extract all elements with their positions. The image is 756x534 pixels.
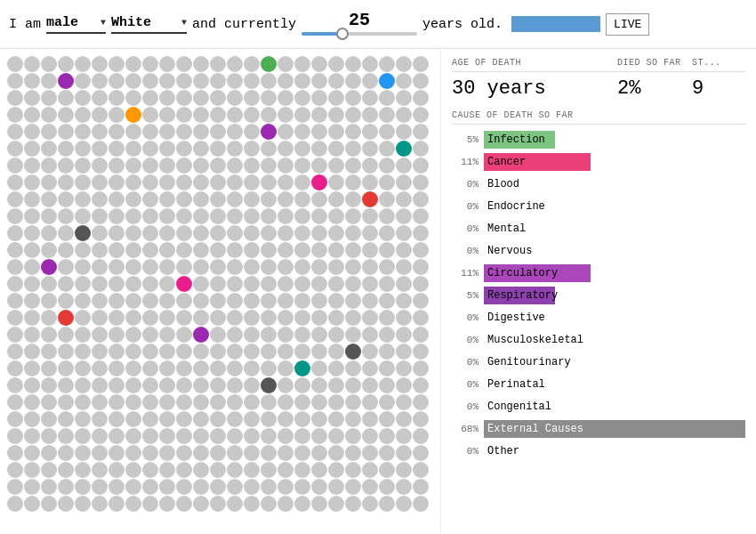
dot bbox=[125, 276, 141, 292]
dot bbox=[311, 377, 327, 393]
dot bbox=[176, 445, 192, 461]
dot bbox=[125, 90, 141, 106]
dot bbox=[41, 377, 57, 393]
cause-row[interactable]: 0%Congenital bbox=[452, 397, 745, 417]
gender-select[interactable]: male female bbox=[46, 15, 99, 30]
dot bbox=[413, 496, 429, 512]
dot bbox=[24, 174, 40, 190]
cause-row[interactable]: 0%Other bbox=[452, 441, 745, 461]
dot bbox=[311, 310, 327, 326]
dot bbox=[345, 191, 361, 207]
dot bbox=[328, 158, 344, 174]
dot bbox=[92, 174, 108, 190]
dot bbox=[311, 73, 327, 89]
dot bbox=[7, 158, 23, 174]
dot bbox=[24, 124, 40, 140]
cause-row[interactable]: 0%Endocrine bbox=[452, 197, 745, 216]
cause-row[interactable]: 0%Nervous bbox=[452, 241, 745, 261]
cause-row[interactable]: 68%External Causes bbox=[452, 419, 745, 439]
dot bbox=[125, 411, 141, 427]
dot-grid-panel bbox=[0, 49, 440, 534]
dot bbox=[193, 293, 209, 309]
dot bbox=[413, 344, 429, 360]
dot bbox=[277, 73, 294, 89]
dot bbox=[142, 158, 158, 174]
dot bbox=[413, 360, 429, 376]
cause-row[interactable]: 5%Infection bbox=[452, 130, 745, 150]
dot bbox=[24, 344, 40, 360]
dot bbox=[210, 445, 226, 461]
dot bbox=[379, 124, 395, 140]
dot bbox=[244, 479, 260, 495]
cause-row[interactable]: 11%Circulatory bbox=[452, 263, 745, 283]
dot bbox=[193, 411, 209, 427]
dot bbox=[227, 360, 243, 376]
dot bbox=[379, 259, 395, 275]
dot bbox=[396, 174, 412, 190]
dot bbox=[125, 56, 141, 72]
dot bbox=[277, 360, 294, 376]
dot bbox=[125, 377, 141, 393]
cause-row[interactable]: 0%Musculoskeletal bbox=[452, 330, 745, 350]
dot bbox=[142, 242, 158, 258]
dot bbox=[379, 276, 395, 292]
cause-name: Endocrine bbox=[484, 200, 545, 213]
cause-row[interactable]: 0%Perinatal bbox=[452, 375, 745, 394]
dot bbox=[176, 276, 192, 292]
dot bbox=[193, 56, 209, 72]
cause-name: Respiratory bbox=[484, 289, 558, 302]
dot bbox=[58, 107, 74, 123]
cause-pct: 11% bbox=[452, 157, 479, 167]
dot bbox=[210, 259, 226, 275]
cause-row[interactable]: 5%Respiratory bbox=[452, 286, 745, 305]
slider-thumb[interactable] bbox=[336, 28, 349, 40]
live-button[interactable]: LIVE bbox=[606, 13, 649, 36]
cause-row[interactable]: 0%Genitourinary bbox=[452, 352, 745, 372]
dot bbox=[75, 90, 91, 106]
dot bbox=[41, 191, 57, 207]
dot bbox=[24, 225, 40, 241]
dot bbox=[75, 242, 91, 258]
dot bbox=[379, 90, 395, 106]
died-pct: 2% bbox=[617, 77, 688, 100]
age-slider[interactable] bbox=[302, 31, 417, 36]
dot bbox=[24, 259, 40, 275]
dot bbox=[379, 462, 395, 478]
prefix-label: I am bbox=[9, 17, 41, 32]
dot bbox=[193, 107, 209, 123]
dot bbox=[261, 90, 277, 106]
race-select[interactable]: White Black Hispanic Asian bbox=[111, 15, 180, 30]
cause-row[interactable]: 11%Cancer bbox=[452, 152, 745, 172]
cause-row[interactable]: 0%Digestive bbox=[452, 308, 745, 328]
dot bbox=[396, 411, 412, 427]
dot bbox=[41, 107, 57, 123]
dot bbox=[210, 360, 226, 376]
dot bbox=[75, 208, 91, 224]
dot bbox=[362, 462, 378, 478]
dot bbox=[362, 293, 378, 309]
dot bbox=[244, 73, 260, 89]
dot bbox=[7, 310, 23, 326]
dot bbox=[345, 56, 361, 72]
dot bbox=[92, 327, 108, 343]
cause-row[interactable]: 0%Mental bbox=[452, 219, 745, 239]
dot bbox=[328, 310, 344, 326]
cause-row[interactable]: 0%Blood bbox=[452, 174, 745, 194]
dot bbox=[413, 174, 429, 190]
dot bbox=[294, 293, 310, 309]
dot bbox=[244, 225, 260, 241]
race-dropdown-wrap[interactable]: White Black Hispanic Asian ▼ bbox=[111, 15, 187, 34]
dot bbox=[210, 225, 226, 241]
dot bbox=[379, 360, 395, 376]
gender-dropdown-wrap[interactable]: male female ▼ bbox=[46, 15, 106, 34]
cause-name: Nervous bbox=[484, 245, 532, 257]
dot bbox=[413, 259, 429, 275]
dot bbox=[109, 377, 125, 393]
dot bbox=[362, 259, 378, 275]
dot bbox=[92, 428, 108, 444]
dot bbox=[92, 377, 108, 393]
dot bbox=[227, 276, 243, 292]
dot bbox=[227, 90, 243, 106]
dot bbox=[244, 293, 260, 309]
age-value-display: 25 bbox=[349, 12, 370, 29]
